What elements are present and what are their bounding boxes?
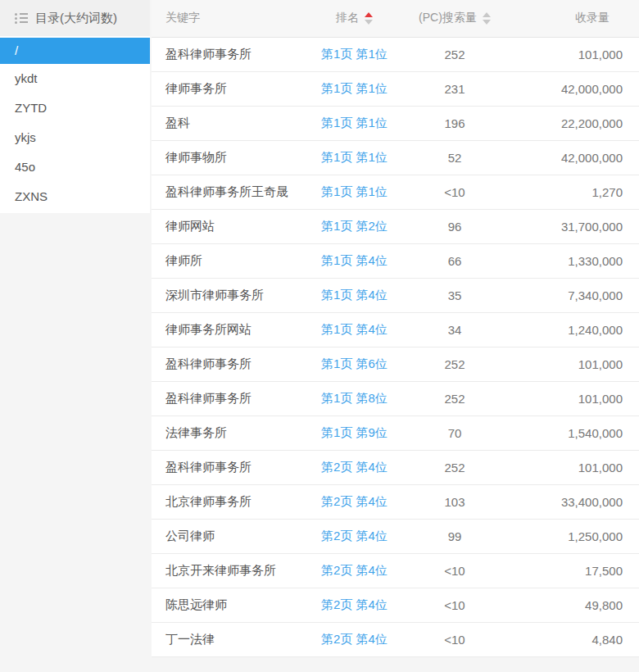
- indexed-volume-cell: 101,000: [500, 450, 639, 484]
- indexed-volume-cell: 22,200,000: [500, 106, 639, 140]
- column-header-indexed-label: 收录量: [575, 11, 610, 24]
- table-row: 深圳市律师事务所第1页 第4位357,340,000: [152, 278, 639, 312]
- table-row: 丁一法律第2页 第4位<104,840: [152, 622, 639, 656]
- keyword-table-panel: 关键字 排名 (PC)搜索量 收录量 盈科律师事务所第1页 第1位252101,…: [152, 0, 639, 657]
- rank-link[interactable]: 第1页 第1位: [321, 116, 387, 129]
- rank-link[interactable]: 第2页 第4位: [321, 494, 387, 508]
- search-volume-cell: <10: [410, 175, 500, 209]
- keyword-cell: 律师所: [152, 243, 299, 278]
- indexed-volume-cell: 1,270: [500, 175, 639, 209]
- column-header-keyword-label: 关键字: [165, 11, 200, 24]
- sidebar-item-zxns[interactable]: ZXNS: [0, 182, 150, 211]
- list-icon: [15, 12, 28, 25]
- rank-link[interactable]: 第2页 第4位: [321, 563, 387, 577]
- sort-desc-icon[interactable]: [365, 20, 373, 25]
- indexed-volume-cell: 31,700,000: [500, 209, 639, 243]
- rank-link[interactable]: 第1页 第1位: [321, 81, 387, 95]
- table-row: 盈科律师事务所第2页 第4位252101,000: [152, 450, 639, 484]
- search-volume-cell: 252: [410, 347, 500, 381]
- rank-link[interactable]: 第1页 第4位: [321, 322, 387, 336]
- search-volume-cell: 66: [410, 243, 500, 278]
- directory-list: /ykdtZYTDykjs45oZXNS: [0, 38, 150, 211]
- rank-cell: 第1页 第1位: [299, 106, 410, 140]
- table-row: 律师事务所第1页 第1位23142,000,000: [152, 71, 639, 106]
- rank-link[interactable]: 第1页 第4位: [321, 288, 387, 302]
- search-volume-cell: <10: [410, 588, 500, 622]
- keyword-cell: 盈科律师事务所: [152, 347, 299, 381]
- sidebar-item-root[interactable]: /: [0, 38, 150, 64]
- search-volume-cell: 34: [410, 312, 500, 347]
- rank-link[interactable]: 第1页 第4位: [321, 253, 387, 267]
- keyword-cell: 盈科律师事务所: [152, 450, 299, 484]
- rank-cell: 第1页 第1位: [299, 37, 410, 71]
- rank-link[interactable]: 第1页 第9位: [321, 425, 387, 439]
- keyword-cell: 法律事务所: [152, 415, 299, 450]
- rank-cell: 第1页 第9位: [299, 415, 410, 450]
- column-header-search-volume[interactable]: (PC)搜索量: [410, 0, 500, 37]
- keyword-cell: 盈科: [152, 106, 299, 140]
- directory-widget: 目录(大约词数) /ykdtZYTDykjs45oZXNS: [0, 0, 150, 213]
- rank-cell: 第2页 第4位: [299, 622, 410, 656]
- rank-link[interactable]: 第2页 第4位: [321, 597, 387, 611]
- keyword-cell: 公司律师: [152, 519, 299, 553]
- keyword-cell: 北京律师事务所: [152, 484, 299, 519]
- directory-sidebar: 目录(大约词数) /ykdtZYTDykjs45oZXNS: [0, 0, 150, 657]
- search-volume-cell: 35: [410, 278, 500, 312]
- indexed-volume-cell: 1,240,000: [500, 312, 639, 347]
- rank-link[interactable]: 第1页 第1位: [321, 150, 387, 164]
- table-row: 盈科律师事务所王奇晟第1页 第1位<101,270: [152, 175, 639, 209]
- keyword-cell: 北京开来律师事务所: [152, 553, 299, 588]
- search-volume-sorter[interactable]: [483, 12, 491, 25]
- rank-sorter[interactable]: [365, 12, 373, 25]
- column-header-rank[interactable]: 排名: [299, 0, 410, 37]
- search-volume-cell: 70: [410, 415, 500, 450]
- sort-asc-icon[interactable]: [365, 12, 373, 17]
- keyword-cell: 律师事物所: [152, 140, 299, 175]
- page: 目录(大约词数) /ykdtZYTDykjs45oZXNS 关键字 排名: [0, 0, 639, 657]
- indexed-volume-cell: 101,000: [500, 381, 639, 415]
- rank-cell: 第1页 第1位: [299, 140, 410, 175]
- indexed-volume-cell: 101,000: [500, 37, 639, 71]
- rank-cell: 第1页 第4位: [299, 312, 410, 347]
- keyword-cell: 律师事务所: [152, 71, 299, 106]
- search-volume-cell: 231: [410, 71, 500, 106]
- rank-cell: 第1页 第8位: [299, 381, 410, 415]
- indexed-volume-cell: 17,500: [500, 553, 639, 588]
- rank-link[interactable]: 第1页 第2位: [321, 219, 387, 233]
- indexed-volume-cell: 4,840: [500, 622, 639, 656]
- sidebar-item-45o[interactable]: 45o: [0, 152, 150, 182]
- rank-link[interactable]: 第1页 第6位: [321, 356, 387, 370]
- search-volume-cell: <10: [410, 622, 500, 656]
- sort-desc-icon[interactable]: [483, 20, 491, 25]
- search-volume-cell: 252: [410, 37, 500, 71]
- rank-link[interactable]: 第1页 第1位: [321, 184, 387, 198]
- table-row: 律师所第1页 第4位661,330,000: [152, 243, 639, 278]
- sidebar-item-ykjs[interactable]: ykjs: [0, 123, 150, 152]
- keyword-cell: 盈科律师事务所王奇晟: [152, 175, 299, 209]
- rank-link[interactable]: 第2页 第4位: [321, 460, 387, 474]
- sort-asc-icon[interactable]: [483, 12, 491, 17]
- sidebar-item-zytd[interactable]: ZYTD: [0, 93, 150, 123]
- rank-cell: 第1页 第6位: [299, 347, 410, 381]
- keyword-table: 关键字 排名 (PC)搜索量 收录量 盈科律师事务所第1页 第1位252101,…: [152, 0, 639, 657]
- indexed-volume-cell: 42,000,000: [500, 71, 639, 106]
- search-volume-cell: 196: [410, 106, 500, 140]
- column-header-indexed: 收录量: [500, 0, 639, 37]
- search-volume-cell: 103: [410, 484, 500, 519]
- sidebar-item-ykdt[interactable]: ykdt: [0, 64, 150, 93]
- search-volume-cell: 52: [410, 140, 500, 175]
- rank-cell: 第2页 第4位: [299, 553, 410, 588]
- search-volume-cell: 99: [410, 519, 500, 553]
- table-row: 律师事务所网站第1页 第4位341,240,000: [152, 312, 639, 347]
- rank-link[interactable]: 第2页 第4位: [321, 529, 387, 543]
- search-volume-cell: 96: [410, 209, 500, 243]
- rank-link[interactable]: 第2页 第4位: [321, 632, 387, 646]
- indexed-volume-cell: 49,800: [500, 588, 639, 622]
- directory-header: 目录(大约词数): [0, 0, 150, 36]
- directory-title: 目录(大约词数): [35, 11, 117, 26]
- rank-link[interactable]: 第1页 第8位: [321, 391, 387, 405]
- column-header-rank-label: 排名: [336, 11, 359, 24]
- table-row: 律师事物所第1页 第1位5242,000,000: [152, 140, 639, 175]
- rank-link[interactable]: 第1页 第1位: [321, 47, 387, 61]
- indexed-volume-cell: 7,340,000: [500, 278, 639, 312]
